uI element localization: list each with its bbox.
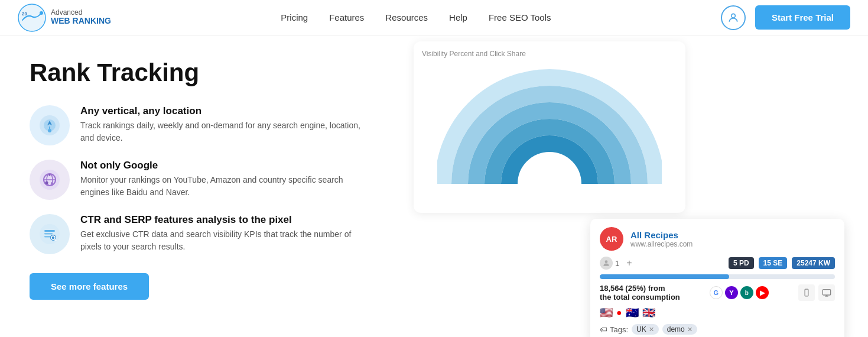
consumption-value: 18,564 (25%) from	[600, 284, 665, 293]
header-right: Start Free Trial	[721, 5, 850, 30]
youtube-engine-icon: ▶	[756, 286, 769, 299]
logo-wr-text: WEB RANKING	[51, 17, 111, 25]
mobile-icon	[802, 289, 811, 297]
progress-fill	[600, 274, 729, 279]
main-content: Rank Tracking Any vertical, any location…	[0, 35, 868, 337]
feature-item-google: Not only Google Monitor your rankings on…	[30, 160, 372, 200]
ar-user: 1	[600, 257, 619, 270]
nav-resources[interactable]: Resources	[385, 12, 428, 22]
feature-body-google: Monitor your rankings on YouTube, Amazon…	[80, 174, 364, 199]
tag-demo: demo ✕	[662, 324, 697, 335]
right-panel: Visibility Percent and Click Share	[402, 35, 868, 337]
logo-badge: 20	[18, 4, 46, 32]
ar-url: www.allrecipes.com	[630, 240, 693, 248]
google-engine-icon: G	[710, 286, 723, 299]
feature-heading-google: Not only Google	[80, 160, 364, 171]
yahoo-engine-icon: Y	[725, 286, 738, 299]
user-account-button[interactable]	[721, 5, 746, 30]
feature-icon-ctr	[30, 214, 70, 254]
feature-icon-google	[30, 160, 70, 200]
desktop-icon	[822, 289, 831, 297]
ctr-icon	[39, 223, 60, 245]
flag-gb: 🇬🇧	[642, 306, 655, 319]
feature-list: Any vertical, any location Track ranking…	[30, 105, 372, 254]
consumption-sub: the total consumption	[600, 293, 680, 302]
feature-heading-location: Any vertical, any location	[80, 105, 364, 117]
svg-rect-23	[805, 289, 808, 296]
ar-name: All Recipes	[630, 230, 693, 240]
flag-au: 🇦🇺	[626, 306, 639, 319]
logo: 20 Advanced WEB RANKING	[18, 4, 111, 32]
progress-bar	[600, 274, 835, 279]
feature-icon-location	[30, 105, 70, 145]
pd-badge: 5 PD	[729, 257, 754, 269]
kw-badge: 25247 KW	[792, 257, 835, 269]
feature-text-google: Not only Google Monitor your rankings on…	[80, 160, 364, 199]
see-more-features-button[interactable]: See more features	[30, 273, 149, 300]
ar-header: AR All Recipes www.allrecipes.com	[600, 227, 835, 251]
feature-item-ctr: CTR and SERP features analysis to the pi…	[30, 214, 372, 254]
nav-pricing[interactable]: Pricing	[281, 12, 308, 22]
ar-logo: AR	[600, 227, 623, 251]
svg-point-22	[605, 260, 608, 263]
tags-label: 🏷 Tags:	[600, 325, 628, 334]
user-icon	[727, 12, 739, 24]
svg-rect-25	[823, 290, 830, 295]
ar-flags-row: 🇺🇸 ● 🇦🇺 🇬🇧	[600, 306, 835, 319]
nav-free-seo-tools[interactable]: Free SEO Tools	[489, 12, 551, 22]
allrecipes-card: AR All Recipes www.allrecipes.com 1 +	[590, 219, 844, 337]
svg-point-14	[49, 174, 51, 176]
feature-item-location: Any vertical, any location Track ranking…	[30, 105, 372, 145]
ar-engines: G Y b ▶	[710, 286, 769, 299]
nav-help[interactable]: Help	[449, 12, 467, 22]
ar-name-block: All Recipes www.allrecipes.com	[630, 230, 693, 248]
chart-title: Visibility Percent and Click Share	[422, 50, 677, 58]
tag-demo-remove[interactable]: ✕	[687, 326, 693, 333]
feature-text-ctr: CTR and SERP features analysis to the pi…	[80, 214, 364, 253]
globe-icon	[39, 169, 60, 190]
svg-rect-17	[44, 233, 53, 235]
ar-metrics: 18,564 (25%) from the total consumption …	[600, 284, 835, 302]
svg-text:20: 20	[22, 11, 27, 17]
ar-consumption: 18,564 (25%) from the total consumption	[600, 284, 680, 302]
header: 20 Advanced WEB RANKING Pricing Features…	[0, 0, 868, 35]
location-icon	[39, 115, 60, 136]
se-badge: 15 SE	[759, 257, 788, 269]
start-free-trial-button[interactable]: Start Free Trial	[755, 5, 850, 30]
svg-rect-16	[44, 230, 55, 232]
svg-point-3	[732, 14, 736, 18]
person-icon	[602, 259, 610, 267]
feature-text-location: Any vertical, any location Track ranking…	[80, 105, 364, 144]
svg-point-0	[18, 4, 45, 31]
svg-point-12	[45, 182, 48, 184]
user-avatar-icon	[600, 257, 613, 270]
ar-tags-row: 🏷 Tags: UK ✕ demo ✕	[600, 324, 835, 335]
desktop-device-icon	[818, 284, 835, 301]
feature-body-location: Track rankings daily, weekly and on-dema…	[80, 119, 364, 144]
nav-features[interactable]: Features	[329, 12, 364, 22]
feature-heading-ctr: CTR and SERP features analysis to the pi…	[80, 214, 364, 226]
main-nav: Pricing Features Resources Help Free SEO…	[281, 12, 551, 22]
flag-us: 🇺🇸	[600, 306, 613, 319]
device-icons	[798, 284, 835, 301]
feature-body-ctr: Get exclusive CTR data and search visibi…	[80, 228, 364, 253]
bing-engine-icon: b	[740, 286, 753, 299]
tag-uk-remove[interactable]: ✕	[649, 326, 654, 333]
svg-point-6	[48, 129, 51, 132]
flag-jp: ●	[616, 307, 622, 318]
logo-text: Advanced WEB RANKING	[51, 9, 111, 26]
page-title: Rank Tracking	[30, 59, 372, 86]
chart-card: Visibility Percent and Click Share	[414, 41, 685, 213]
tag-uk: UK ✕	[632, 324, 659, 335]
svg-point-13	[51, 182, 53, 184]
svg-point-2	[40, 11, 43, 15]
add-user-icon[interactable]: +	[626, 258, 632, 268]
semicircle-chart	[422, 63, 677, 193]
semicircle-svg	[437, 69, 662, 187]
ar-stats-row: 1 + 5 PD 15 SE 25247 KW	[600, 257, 835, 270]
left-panel: Rank Tracking Any vertical, any location…	[0, 35, 402, 337]
mobile-device-icon	[798, 284, 815, 301]
